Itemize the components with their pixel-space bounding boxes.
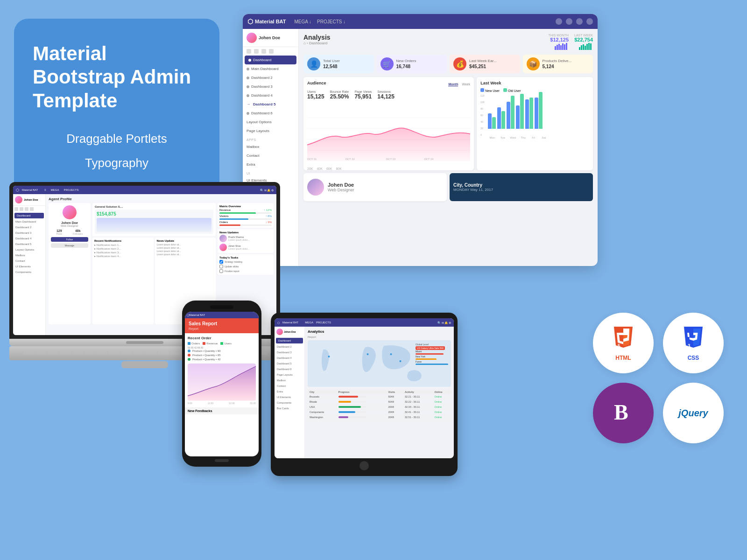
stat-icon-users: 👤 (307, 57, 320, 70)
tab-nav-ui[interactable]: UI Elements (275, 394, 304, 400)
breadcrumb: ⌂ › Dashboard (303, 41, 331, 45)
sidebar-item-mailbox[interactable]: Mailbox (243, 142, 298, 151)
tab-nav-dashboard[interactable]: Dashboard (276, 338, 303, 343)
tab-nav-d4[interactable]: Dashboard 4 (275, 355, 304, 361)
sidebar-item-layout[interactable]: Layout Options (243, 118, 298, 126)
svg-rect-6 (566, 43, 567, 50)
sidebar-user: Johen Doe (243, 29, 298, 47)
task-check-2[interactable] (219, 265, 223, 268)
bar-old-fri (529, 98, 533, 129)
table-row: Components 2048 32.41 - 30.11 Online (308, 410, 451, 415)
svg-text:OCT 21: OCT 21 (307, 158, 317, 161)
ls-nav-contact[interactable]: Contact (13, 258, 45, 264)
tab-nav-components[interactable]: Components (275, 400, 304, 406)
tab-nav-extra[interactable]: Extra (275, 389, 304, 394)
search-icon-sm[interactable] (247, 49, 251, 54)
ls-nav-layout[interactable]: Layout Options (13, 247, 45, 252)
phone-home-button[interactable] (215, 459, 229, 462)
ls-general: General Solution S.... $154,875 (92, 203, 216, 236)
sidebar-item-dashboard4[interactable]: Dashboard 4 (243, 91, 298, 100)
sidebar-item-dashboard[interactable]: Dashboard (245, 56, 296, 64)
sidebar-item-dashboard2[interactable]: Dashboard 2 (243, 73, 298, 82)
bar-new-tue (497, 107, 501, 129)
stat-card-users: 👤 Total User 12,548 (303, 55, 374, 73)
tablet-home-button[interactable] (359, 461, 369, 470)
bar-group-sat (535, 92, 543, 129)
ls-matrix: Matrix Overview Revenue↑ 12% Visitors↑ 8… (218, 203, 274, 228)
tab-week[interactable]: Week (462, 83, 470, 86)
search-icon[interactable] (556, 18, 562, 25)
svg-text:OCT 23: OCT 23 (386, 158, 395, 161)
sidebar-item-contact[interactable]: Contact (243, 151, 298, 160)
stat-card-orders: 🛒 New Orders 16,748 (377, 55, 447, 73)
profile-info: Johen Doe Web Designer (328, 182, 354, 192)
tablet-page-title: Analytics (308, 329, 451, 334)
order-dot-2 (188, 354, 190, 357)
tab-nav-box-cards[interactable]: Box Cards (275, 406, 304, 411)
tab-nav-d5[interactable]: Dashboard 5 (275, 361, 304, 366)
bar-old-thu (520, 94, 524, 129)
order-item-3: Product • Quantity • 42 (188, 358, 256, 361)
stat-card-earnings: 💰 Last Week Ear... $45,251 (450, 55, 520, 73)
svg-rect-9 (583, 44, 584, 50)
stat-icon-orders: 🛒 (381, 57, 394, 70)
ls-nav-mailbox[interactable]: Mailbox (13, 252, 45, 258)
bar-new-mon (488, 113, 492, 129)
bar-group-thu (516, 94, 524, 129)
sidebar-item-page-layouts[interactable]: Page Layouts (243, 126, 298, 135)
ls-nav-d2[interactable]: Dashboard 2 (13, 224, 45, 230)
svg-rect-2 (558, 44, 560, 50)
svg-rect-12 (588, 43, 590, 50)
task-check-1[interactable] (219, 260, 223, 264)
mail-icon[interactable] (566, 18, 572, 25)
bar-new-wed (507, 102, 510, 129)
sidebar-item-main-dashboard[interactable]: Main Dashboard (243, 64, 298, 73)
stats-row: 👤 Total User 12,548 🛒 New Orders 16,748 (303, 55, 593, 73)
gear-icon[interactable] (586, 18, 593, 25)
sidebar-item-dashboard3[interactable]: Dashboard 3 (243, 82, 298, 91)
sidebar-item-dashboard5[interactable]: → Dashboard 5 (243, 100, 298, 109)
bell-icon[interactable] (576, 18, 583, 25)
order-dot-3 (188, 358, 190, 361)
mini-stat-month: THIS MONTH $12,125 (548, 34, 569, 51)
chart-tabs: Month Week (448, 83, 470, 86)
stat-icon-products: 📦 (527, 57, 540, 70)
ls-nav-d5[interactable]: Dashboard 5 (13, 241, 45, 247)
table-row: Washington 2048 32.51 - 30.11 Online (308, 415, 451, 420)
tab-nav-d6[interactable]: Dashboard 6 (275, 366, 304, 372)
phone-notch (210, 305, 233, 309)
tab-nav-d3[interactable]: Dashboard 3 (275, 350, 304, 355)
task-check-3[interactable] (219, 269, 223, 273)
content-header: Analysis ⌂ › Dashboard THIS MONTH $12,12… (303, 34, 593, 51)
mini-stat-week: LAST WEEK $22,754 (574, 34, 593, 51)
ls-nav-d3[interactable]: Dashboard 3 (13, 230, 45, 236)
ls-nav-components[interactable]: Components (13, 269, 45, 275)
nav-mega[interactable]: MEGA ↓ (294, 19, 311, 24)
tab-month[interactable]: Month (448, 83, 458, 86)
phone-content: Recent Order Orders Revenue Users 50 65 … (185, 333, 259, 407)
bell-icon-sm[interactable] (254, 49, 259, 54)
ls-nav-ui[interactable]: UI Elements (13, 264, 45, 269)
hero-title: Material Bootstrap Admin Template (33, 42, 201, 112)
phone-header: Sales Report Report (185, 318, 259, 333)
profile-avatar (307, 179, 324, 196)
chat-icon-sm[interactable] (261, 49, 266, 54)
charts-row: Audience Month Week Users 15,125 Bounce … (303, 77, 593, 170)
tab-nav-page-layouts[interactable]: Page Layouts (275, 372, 304, 378)
tab-nav-mailbox[interactable]: Mailbox (275, 378, 304, 383)
svg-rect-4 (562, 43, 564, 50)
sidebar-item-extra[interactable]: Extra (243, 160, 298, 169)
svg-rect-11 (586, 44, 588, 50)
feature-portlets: Draggable Portlets (33, 126, 201, 151)
sidebar-item-dashboard6[interactable]: Dashboard 6 (243, 109, 298, 118)
tablet-device: ⬡ Material BAT MEGA PROJECTS 🔍 ✉ 🔔 ⚙ Joh… (271, 313, 458, 476)
tab-nav-contact[interactable]: Contact (275, 383, 304, 389)
ls-nav-dashboard[interactable]: Dashboard (14, 213, 44, 218)
nav-projects[interactable]: PROJECTS ↓ (317, 19, 345, 24)
order-row-1: 50 65 42 88 90 (188, 346, 256, 349)
bar-groups (488, 94, 543, 129)
ls-nav-d4[interactable]: Dashboard 4 (13, 236, 45, 241)
power-icon-sm[interactable] (269, 49, 274, 54)
ls-nav-main[interactable]: Main Dashboard (13, 219, 45, 224)
tab-nav-d2[interactable]: Dashboard 2 (275, 344, 304, 350)
